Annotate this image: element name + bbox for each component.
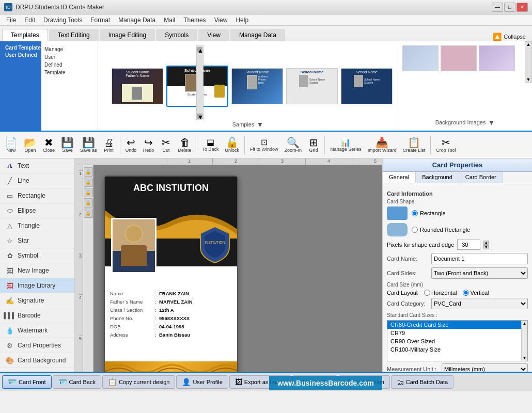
card-header: ABC INSTIUTION [105, 177, 237, 198]
tool-toback[interactable]: ⬓ To Back [200, 137, 222, 153]
card-sides-select[interactable]: Two (Front and Back) One (Front Only) [431, 267, 528, 279]
bg-thumb-2[interactable] [441, 45, 477, 71]
tool-redo[interactable]: ↪ Redo [140, 136, 157, 154]
maximize-button[interactable]: □ [504, 3, 515, 12]
tool-importwizard[interactable]: 📥 Import Wizard [365, 136, 399, 154]
tool-undo[interactable]: ↩ Undo [123, 136, 139, 154]
tool-zoomin[interactable]: 🔍 Zoom-In [282, 136, 305, 154]
horizontal-layout-label[interactable]: Horizontal [424, 290, 457, 296]
tab-text-editing[interactable]: Text Editing [49, 29, 99, 41]
template-thumb-3[interactable]: Student Name AddressPhoneDOB [231, 68, 283, 104]
tool-saveas[interactable]: 💾 Save as [77, 136, 100, 154]
menu-drawing-tools[interactable]: Drawing Tools [39, 15, 86, 25]
tool-new-image[interactable]: 🖼 New Image [0, 263, 74, 278]
tool-card-background[interactable]: 🎨 Card Background [0, 353, 74, 368]
size-cr90[interactable]: CR90-Over Sized [387, 337, 527, 345]
tool-delete[interactable]: 🗑 Delete [176, 136, 194, 154]
minimize-button[interactable]: — [492, 3, 503, 12]
menu-edit[interactable]: Edit [20, 15, 39, 25]
tool-print[interactable]: 🖨 Print [101, 136, 117, 154]
tool-image-library[interactable]: 🖼 Image Library [0, 278, 74, 293]
tab-symbols[interactable]: Symbols [156, 29, 197, 41]
tool-text[interactable]: A Text [0, 158, 74, 173]
vertical-radio[interactable] [463, 290, 469, 296]
standard-sizes-listbox[interactable]: CR80-Credit Card Size CR79 CR90-Over Siz… [387, 320, 528, 361]
rounded-rectangle-radio-label[interactable]: Rounded Rectangle [412, 227, 470, 233]
tool-new[interactable]: 📄 New [2, 136, 20, 154]
close-button[interactable]: ✕ [517, 3, 528, 12]
tab-image-editing[interactable]: Image Editing [100, 29, 155, 41]
menu-file[interactable]: File [2, 15, 20, 25]
tool-croptool[interactable]: ✂ Crop Tool [433, 136, 458, 154]
tab-card-back[interactable]: 🪪 Card Back [53, 375, 101, 389]
vertical-layout-label[interactable]: Vertical [463, 290, 489, 296]
menu-help[interactable]: Help [231, 15, 253, 25]
tab-general[interactable]: General [383, 172, 416, 183]
tab-copy-current-design[interactable]: 📋 Copy current design [102, 375, 175, 389]
tool-unlock[interactable]: 🔓 Unlock [223, 136, 242, 154]
tool-barcode[interactable]: ▌▌▌ Barcode [0, 308, 74, 323]
tool-close[interactable]: ✖ Close [40, 136, 57, 154]
rounded-rectangle-radio[interactable] [412, 227, 418, 233]
template-thumb-5[interactable]: School Name School NameStudent [341, 68, 393, 104]
tool-createlist[interactable]: 📋 Create List [400, 136, 428, 154]
card-templates-button[interactable]: Card Templates User Defined [0, 41, 41, 131]
size-cr79[interactable]: CR79 [387, 329, 527, 337]
tool-fitwindow[interactable]: ⊡ Fit to Window [247, 137, 281, 153]
tool-cut[interactable]: ✂ Cut [158, 136, 175, 154]
card-name-input[interactable] [431, 253, 528, 264]
rectangle-radio[interactable] [412, 210, 418, 216]
collapse-label[interactable]: Collapse [504, 34, 526, 40]
menu-view[interactable]: View [210, 15, 232, 25]
tab-card-batch-data[interactable]: 🗂 Card Batch Data [391, 375, 453, 389]
menu-format[interactable]: Format [86, 15, 114, 25]
symbol-icon: ✿ [5, 251, 14, 260]
lock-icon-3[interactable]: 🔒 [84, 188, 93, 197]
measurement-label: Measurement Unit : [387, 366, 439, 372]
tab-card-border[interactable]: Card Border [459, 172, 503, 183]
tool-rectangle[interactable]: ▭ Rectangle [0, 188, 74, 203]
tool-grid[interactable]: ⊞ Grid [305, 136, 322, 154]
tool-watermark[interactable]: 💧 Watermark [0, 323, 74, 338]
samples-dropdown-icon[interactable]: ▼ [256, 120, 263, 129]
tool-signature[interactable]: ✍ Signature [0, 293, 74, 308]
menu-themes[interactable]: Themes [179, 15, 210, 25]
tool-triangle[interactable]: △ Triangle [0, 218, 74, 233]
tab-background[interactable]: Background [416, 172, 459, 183]
size-cr80[interactable]: CR80-Credit Card Size [387, 321, 527, 329]
lock-icon-4[interactable]: 🔒 [84, 198, 93, 208]
tab-user-profile[interactable]: 👤 User Profile [176, 375, 228, 389]
tool-card-properties[interactable]: ⚙ Card Properties [0, 338, 74, 353]
tool-symbol[interactable]: ✿ Symbol [0, 248, 74, 263]
tool-star[interactable]: ☆ Star [0, 233, 74, 248]
tool-line[interactable]: ╱ Line [0, 173, 74, 188]
card-category-select[interactable]: PVC_Card Paper_Card [431, 298, 528, 309]
canvas-scroll[interactable]: ABC INSTIUTION [93, 165, 382, 372]
menu-manage-data[interactable]: Manage Data [114, 15, 160, 25]
tool-open[interactable]: 📂 Open [21, 136, 39, 154]
tab-card-front[interactable]: 🪪 Card Front [2, 375, 52, 389]
tab-manage-data[interactable]: Manage Data [230, 29, 285, 41]
size-cr100[interactable]: CR100-Military Size [387, 345, 527, 354]
tool-ellipse[interactable]: ⬭ Ellipse [0, 203, 74, 218]
tab-templates[interactable]: Templates [2, 29, 48, 41]
lock-icon-5[interactable]: 🔒 [84, 209, 93, 218]
horizontal-radio[interactable] [424, 290, 430, 296]
bg-thumb-3[interactable] [479, 45, 515, 71]
bg-thumb-1[interactable] [402, 45, 439, 71]
menu-mail[interactable]: Mail [160, 15, 179, 25]
pixels-spinner[interactable]: ▲ ▼ [483, 241, 489, 249]
tool-save[interactable]: 💾 Save [58, 136, 76, 154]
pixels-input[interactable] [457, 240, 480, 250]
lock-icon-2[interactable]: 🔒 [84, 178, 93, 187]
bg-images-dropdown-icon[interactable]: ▼ [488, 118, 495, 126]
tool-manageseries[interactable]: 📊 Manage Series [327, 137, 364, 153]
template-thumb-4[interactable]: School Name School NameStudent [286, 68, 338, 104]
manage-user-defined-template[interactable]: Manage User Defined Template [41, 41, 98, 131]
measurement-select[interactable]: Milimeters (mm) Inches (in) [442, 363, 528, 372]
lock-icon-1[interactable]: 🔒 [84, 167, 93, 177]
ruler-mark-5: 5 [352, 158, 382, 165]
rectangle-radio-label[interactable]: Rectangle [412, 210, 446, 216]
tab-view[interactable]: View [198, 29, 229, 41]
template-thumb-1[interactable]: Student NameFather's Name [112, 68, 163, 104]
